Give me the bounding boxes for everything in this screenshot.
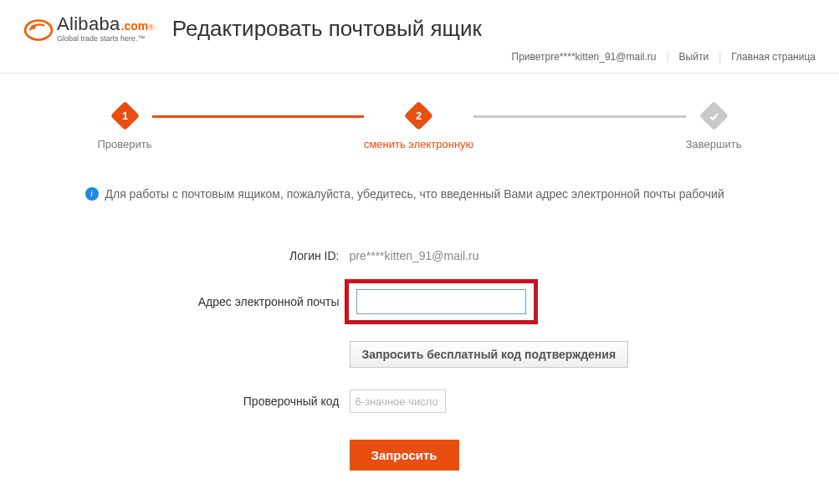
login-id-value: pre****kitten_91@mail.ru [350, 249, 479, 262]
verify-code-input[interactable] [350, 389, 446, 413]
home-link[interactable]: Главная страница [731, 51, 816, 63]
step-label-3: Завершить [686, 138, 742, 150]
info-message: i Для работы с почтовым ящиком, пожалуйс… [85, 186, 755, 202]
step-label-1: Проверить [98, 138, 152, 150]
logo[interactable]: Alibaba .com ® Global trade starts here.… [23, 15, 154, 43]
svg-point-0 [25, 21, 52, 40]
step-badge-2: 2 [404, 101, 433, 130]
step-label-2: сменить электронную [364, 138, 473, 150]
email-form: Логин ID: pre****kitten_91@mail.ru Адрес… [85, 249, 755, 471]
email-highlight-box [345, 279, 538, 324]
email-label: Адрес электронной почты [85, 295, 345, 308]
greeting-email: pre****kitten_91@mail.ru [545, 51, 657, 63]
separator: | [719, 51, 721, 63]
verify-code-label: Проверочный код [85, 395, 345, 408]
request-code-button[interactable]: Запросить бесплатный код подтверждения [350, 341, 629, 368]
step-badge-1: 1 [110, 101, 139, 130]
logout-link[interactable]: Выйти [679, 51, 709, 63]
step-bar-2 [473, 115, 685, 118]
login-id-label: Логин ID: [85, 249, 345, 262]
submit-button[interactable]: Запросить [350, 440, 459, 471]
topbar: Приветpre****kitten_91@mail.ru | Выйти |… [0, 48, 839, 74]
page-title: Редактировать почтовый ящик [172, 16, 482, 42]
logo-suffix: .com [121, 20, 149, 32]
logo-tagline: Global trade starts here.™ [57, 35, 154, 43]
step-badge-3 [698, 101, 728, 130]
logo-registered: ® [148, 24, 154, 32]
logo-brand: Alibaba [57, 15, 120, 33]
info-text: Для работы с почтовым ящиком, пожалуйста… [105, 186, 724, 202]
check-icon [708, 110, 719, 122]
step-change-email: 2 сменить электронную [364, 105, 473, 150]
progress-steps: 1 Проверить 2 сменить электронную Заверш… [98, 105, 742, 150]
greeting-prefix: Привет [512, 51, 545, 63]
step-complete: Завершить [686, 105, 742, 150]
info-icon: i [85, 187, 99, 201]
email-input[interactable] [356, 289, 526, 314]
greeting: Приветpre****kitten_91@mail.ru [512, 51, 657, 63]
separator: | [666, 51, 668, 63]
step-bar-1 [152, 115, 364, 118]
svg-point-1 [31, 25, 35, 29]
alibaba-logo-icon [23, 18, 54, 43]
step-verify: 1 Проверить [98, 105, 152, 150]
